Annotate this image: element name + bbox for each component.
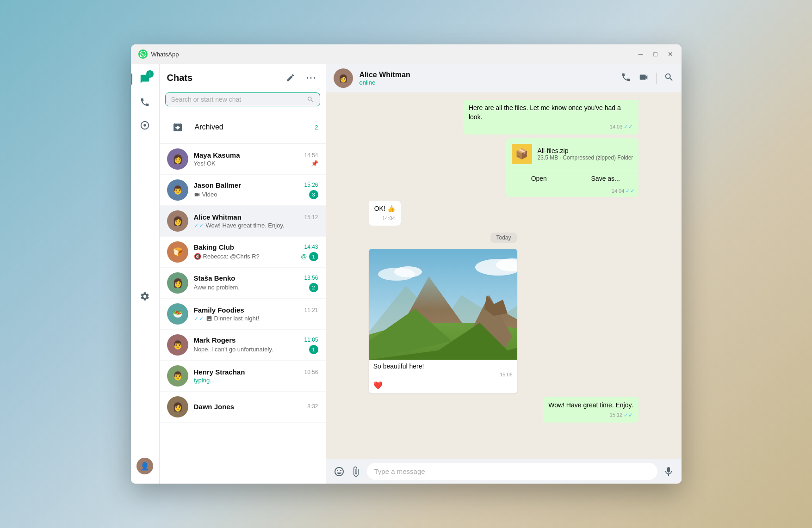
maximize-button[interactable]: □ [652,50,659,58]
pin-icon-maya: 📌 [311,160,318,167]
msg-sent-1: Here are all the files. Let me know once… [463,100,638,135]
message-input[interactable] [367,463,657,480]
user-avatar[interactable]: 👤 [136,458,153,474]
nav-calls-button[interactable] [135,92,155,112]
app-title: WhatsApp [151,51,179,58]
img-caption: So beautiful here! [369,360,517,371]
chat-item-jason[interactable]: 👨 Jason Ballmer 15:26 Video 3 [160,175,326,206]
chat-item-stasa[interactable]: 👩 Staša Benko 13:56 Aww no problem. 2 [160,268,326,299]
avatar-mark: 👨 [167,334,188,356]
chat-badge: 1 [146,70,154,78]
mountain-image [369,249,517,360]
chat-panel-actions: ⋯ [283,70,318,85]
chat-top-maya: Maya Kasuma 14:54 [194,151,318,159]
img-bubble: So beautiful here! 15:06 ❤️ [369,249,517,393]
chat-name-stasa: Staša Benko [194,274,236,282]
chat-preview-baking: 🔇 Rebecca: @Chris R? [194,253,301,260]
app-body: 1 👤 [131,64,682,484]
app-window: WhatsApp ─ □ ✕ 1 [131,44,682,484]
close-button[interactable]: ✕ [667,50,674,58]
msg-received-1: OK! 👍 14:04 [369,201,401,226]
chat-header-avatar[interactable]: 👩 [334,68,353,88]
search-input[interactable] [171,96,303,103]
chat-header: 👩 Alice Whitman online [326,64,682,92]
chat-top-alice: Alice Whitman 15:12 [194,213,318,221]
compose-button[interactable] [283,70,298,85]
mountain-svg [369,249,517,360]
chat-item-henry[interactable]: 👨 Henry Strachan 10:56 typing... [160,361,326,392]
chat-item-dawn[interactable]: 👩 Dawn Jones 8:32 [160,392,326,423]
chat-panel-title: Chats [167,73,193,83]
messages-area: Here are all the files. Let me know once… [326,92,682,459]
chat-preview-jason: Video [194,191,309,198]
avatar-alice: 👩 [167,210,188,232]
chat-top-mark: Mark Rogers 11:05 [194,336,318,344]
chat-name-mark: Mark Rogers [194,336,236,344]
open-file-button[interactable]: Open [506,170,572,187]
chat-info-dawn: Dawn Jones 8:32 [194,403,318,411]
svg-point-1 [143,124,146,127]
chat-item-maya[interactable]: 👩 Maya Kasuma 14:54 Yes! OK 📌 [160,144,326,175]
chat-info-henry: Henry Strachan 10:56 typing... [194,368,318,384]
file-tick: ✓✓ [626,188,635,194]
mic-button[interactable] [663,466,674,477]
chat-item-mark[interactable]: 👨 Mark Rogers 11:05 Nope. I can't go unf… [160,330,326,361]
chat-bottom-maya: Yes! OK 📌 [194,160,318,167]
chat-name-jason: Jason Ballmer [194,181,242,189]
emoji-button[interactable] [334,466,345,477]
chat-preview-maya: Yes! OK [194,160,311,167]
chat-header-name: Alice Whitman [360,71,614,79]
video-icon [194,191,200,198]
file-type-icon: 📦 [512,144,532,164]
call-button[interactable] [621,72,631,85]
settings-button[interactable] [136,288,153,305]
chat-preview-henry: typing... [194,377,318,384]
video-call-button[interactable] [638,72,649,85]
chat-preview-family: ✓✓ Dinner last night! [194,315,318,322]
chat-name-maya: Maya Kasuma [194,151,240,159]
chat-name-baking: Baking Club [194,243,235,251]
chat-time-maya: 14:54 [304,152,318,159]
chat-item-family[interactable]: 🥗 Family Foodies 11:21 ✓✓ Dinner last ni… [160,299,326,330]
msg-sent-2: Wow! Have great time. Enjoy. 15:12 ✓✓ [543,397,638,423]
file-details: All-files.zip 23.5 MB · Compressed (zipp… [538,147,633,161]
chat-info-alice: Alice Whitman 15:12 ✓✓ Wow! Have great t… [194,213,318,229]
nav-sidebar: 1 👤 [131,64,160,484]
chat-top-dawn: Dawn Jones 8:32 [194,403,318,411]
chat-list: Archived 2 👩 Maya Kasuma 14:54 Yes! OK 📌 [160,111,326,484]
attach-button[interactable] [350,466,361,477]
nav-status-button[interactable] [135,116,155,135]
chat-preview-alice: ✓✓ Wow! Have great time. Enjoy. [194,222,318,229]
chat-header-status: online [360,79,614,86]
input-bar [326,459,682,484]
title-bar-left: WhatsApp [138,49,637,59]
chat-info-jason: Jason Ballmer 15:26 Video 3 [194,181,318,199]
nav-chats-button[interactable]: 1 [135,69,155,89]
unread-badge-stasa: 2 [309,283,318,292]
minimize-button[interactable]: ─ [637,50,645,58]
chat-bottom-jason: Video 3 [194,190,318,199]
chat-area: 👩 Alice Whitman online [326,64,682,484]
chat-preview-mark: Nope. I can't go unfortunately. [194,346,309,353]
msg-tick-2: ✓✓ [624,411,633,419]
title-bar-controls: ─ □ ✕ [637,50,674,58]
avatar-stasa: 👩 [167,272,188,294]
search-chat-button[interactable] [664,72,674,85]
chat-bottom-mark: Nope. I can't go unfortunately. 1 [194,345,318,354]
msg-received-wrapper: OK! 👍 14:04 [369,201,639,226]
chat-item-baking[interactable]: 🍞 Baking Club 14:43 🔇 Rebecca: @Chris R? [160,237,326,268]
search-input-wrap [165,92,320,106]
title-bar: WhatsApp ─ □ ✕ [131,44,682,64]
avatar-jason: 👨 [167,179,188,201]
svg-point-6 [394,266,422,277]
chat-item-alice[interactable]: 👩 Alice Whitman 15:12 ✓✓ Wow! Have great… [160,206,326,237]
photo-icon [206,315,212,322]
chat-time-baking: 14:43 [304,244,318,250]
more-menu-button[interactable]: ⋯ [304,70,318,85]
header-divider [656,73,657,84]
save-file-button[interactable]: Save as... [572,170,638,187]
msg-tick-1: ✓✓ [624,123,633,131]
search-bar [160,90,326,111]
date-divider: Today [369,233,639,241]
archived-row[interactable]: Archived 2 [160,111,326,144]
